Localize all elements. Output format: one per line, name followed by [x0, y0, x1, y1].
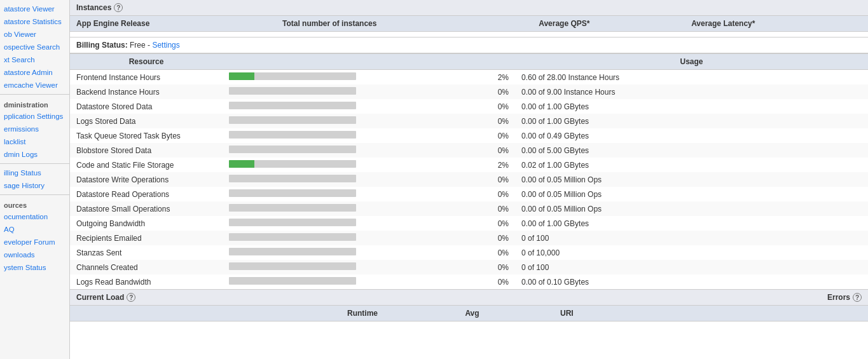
resource-row-usage: 0.00 of 0.10 GBytes: [515, 274, 868, 289]
resource-row-usage: 0.00 of 1.00 GBytes: [515, 114, 868, 128]
resource-row-pct: 2%: [490, 158, 515, 172]
resource-row-bar: [223, 85, 490, 99]
sidebar-resources-section: ources: [0, 198, 69, 210]
instances-col-qps: Average QPS*: [532, 16, 685, 32]
resource-row: Datastore Small Operations0%0.00 of 0.05…: [70, 201, 868, 216]
resource-pct-header: [490, 54, 515, 70]
resource-row-pct: 0%: [490, 187, 515, 201]
resource-row-bar: [223, 128, 490, 143]
sidebar-item-datastore-statistics[interactable]: atastore Statistics: [0, 15, 69, 28]
col-avg: Avg: [390, 306, 554, 321]
resource-row-bar: [223, 172, 490, 187]
sidebar-item-blacklist[interactable]: lacklist: [0, 135, 69, 148]
resource-row-name: Datastore Read Operations: [70, 187, 223, 201]
sidebar-item-faq[interactable]: AQ: [0, 223, 69, 236]
resource-row-bar: [223, 201, 490, 216]
resource-bar-header: [223, 54, 490, 70]
sidebar-item-job-viewer[interactable]: ob Viewer: [0, 28, 69, 41]
resource-col-header: Resource: [70, 54, 223, 70]
sidebar-item-downloads[interactable]: ownloads: [0, 248, 69, 261]
sidebar-item-documentation[interactable]: ocumentation: [0, 210, 69, 223]
resource-row-pct: 0%: [490, 85, 515, 99]
resource-row-name: Channels Created: [70, 260, 223, 274]
progress-bar-fill: [229, 72, 254, 80]
resource-row-usage: 0.00 of 1.00 GBytes: [515, 99, 868, 114]
instances-table: App Engine Release Total number of insta…: [70, 16, 868, 37]
resource-row: Outgoing Bandwidth0%0.00 of 1.00 GBytes: [70, 216, 868, 231]
resource-row: Recipients Emailed0%0 of 100: [70, 231, 868, 245]
current-load-help-icon[interactable]: ?: [127, 293, 135, 302]
progress-bar-bg: [229, 160, 356, 168]
resource-row: Code and Static File Storage2%0.02 of 1.…: [70, 158, 868, 172]
resource-row-usage: 0 of 100: [515, 260, 868, 274]
resource-row: Datastore Read Operations0%0.00 of 0.05 …: [70, 187, 868, 201]
resource-row: Datastore Write Operations0%0.00 of 0.05…: [70, 172, 868, 187]
sidebar-divider-3: [0, 194, 69, 195]
resource-row-name: Task Queue Stored Task Bytes: [70, 128, 223, 143]
resource-row-name: Logs Read Bandwidth: [70, 274, 223, 289]
current-load-title: Current Load: [76, 293, 124, 302]
resource-row-usage: 0.00 of 0.05 Million Ops: [515, 172, 868, 187]
instances-col-release: App Engine Release: [70, 16, 276, 32]
resource-row: Datastore Stored Data0%0.00 of 1.00 GByt…: [70, 99, 868, 114]
progress-bar-bg: [229, 72, 356, 80]
sidebar-item-permissions[interactable]: ermissions: [0, 123, 69, 135]
resource-row-pct: 0%: [490, 128, 515, 143]
resource-row: Logs Stored Data0%0.00 of 1.00 GBytes: [70, 114, 868, 128]
progress-bar-bg: [229, 175, 356, 182]
progress-bar-bg: [229, 262, 356, 270]
resource-row-bar: [223, 274, 490, 289]
resource-row-usage: 0.00 of 0.49 GBytes: [515, 128, 868, 143]
billing-label: Billing Status:: [76, 41, 128, 50]
instances-help-icon[interactable]: ?: [114, 3, 123, 12]
sidebar-item-developer-forum[interactable]: eveloper Forum: [0, 236, 69, 248]
sidebar-item-admin-logs[interactable]: dmin Logs: [0, 148, 69, 161]
resource-row-pct: 0%: [490, 274, 515, 289]
billing-status-bar: Billing Status: Free - Settings: [70, 37, 868, 53]
resource-row-pct: 0%: [490, 216, 515, 231]
resource-row-bar: [223, 114, 490, 128]
resource-row-bar: [223, 231, 490, 245]
resource-row: Channels Created0%0 of 100: [70, 260, 868, 274]
progress-bar-bg: [229, 116, 356, 124]
instances-title: Instances: [76, 3, 111, 12]
sidebar-item-application-settings[interactable]: pplication Settings: [0, 110, 69, 123]
resource-row-bar: [223, 158, 490, 172]
resource-row-bar: [223, 245, 490, 260]
resource-row-pct: 0%: [490, 201, 515, 216]
billing-settings-link[interactable]: Settings: [152, 41, 179, 50]
sidebar-item-text-search[interactable]: xt Search: [0, 53, 69, 66]
sidebar-item-system-status[interactable]: ystem Status: [0, 261, 69, 274]
resource-row-name: Code and Static File Storage: [70, 158, 223, 172]
resource-row: Blobstore Stored Data0%0.00 of 5.00 GByt…: [70, 143, 868, 158]
resource-row-bar: [223, 99, 490, 114]
progress-bar-bg: [229, 102, 356, 109]
sidebar-item-billing-status[interactable]: illing Status: [0, 166, 69, 179]
sidebar-item-prospective-search[interactable]: ospective Search: [0, 41, 69, 53]
sidebar-item-datastore-viewer[interactable]: atastore Viewer: [0, 3, 69, 15]
resource-row-usage: 0.00 of 1.00 GBytes: [515, 216, 868, 231]
sidebar-divider: [0, 94, 69, 95]
errors-help-icon[interactable]: ?: [853, 293, 862, 302]
resource-row-name: Recipients Emailed: [70, 231, 223, 245]
instances-col-latency: Average Latency*: [685, 16, 868, 32]
errors-label: Errors: [827, 293, 850, 302]
resource-row-name: Backend Instance Hours: [70, 85, 223, 99]
sidebar-item-memcache-viewer[interactable]: emcache Viewer: [0, 79, 69, 91]
billing-free: Free: [130, 41, 146, 50]
sidebar-item-datastore-admin[interactable]: atastore Admin: [0, 66, 69, 79]
main-content: Instances ? App Engine Release Total num…: [70, 0, 868, 359]
resource-row-pct: 0%: [490, 245, 515, 260]
resource-row-name: Datastore Write Operations: [70, 172, 223, 187]
sidebar: atastore Viewer atastore Statistics ob V…: [0, 0, 70, 359]
resource-row-pct: 0%: [490, 114, 515, 128]
sidebar-item-usage-history[interactable]: sage History: [0, 179, 69, 192]
resource-row-bar: [223, 143, 490, 158]
progress-bar-bg: [229, 87, 356, 95]
resource-row-bar: [223, 260, 490, 274]
current-load-cols: Runtime Avg URI: [70, 306, 868, 322]
resource-row-usage: 0.60 of 28.00 Instance Hours: [515, 70, 868, 85]
resource-row-bar: [223, 216, 490, 231]
resource-row: Stanzas Sent0%0 of 10,000: [70, 245, 868, 260]
sidebar-admin-section: dministration: [0, 97, 69, 110]
